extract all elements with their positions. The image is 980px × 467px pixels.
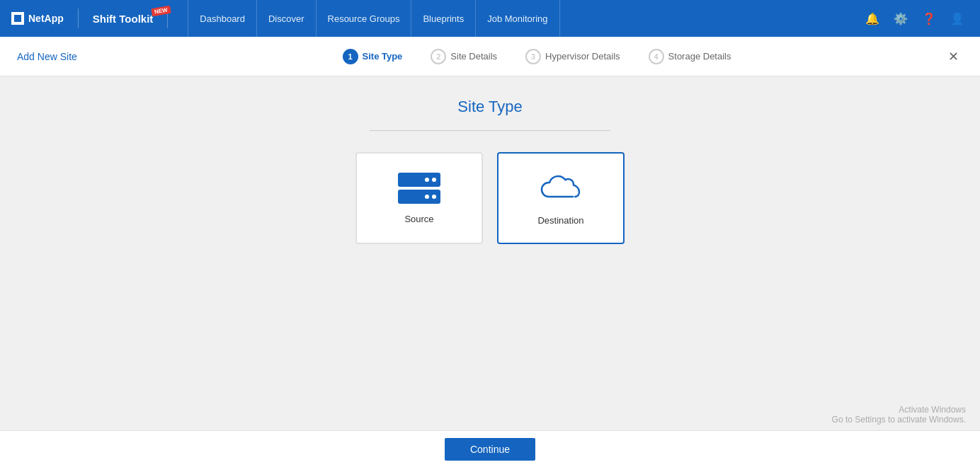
server-rack-2 <box>398 190 440 204</box>
sub-header: Add New Site 1 Site Type 2 Site Details … <box>0 37 980 76</box>
navbar: NetApp Shift Toolkit NEW Dashboard Disco… <box>0 0 980 37</box>
step-circle-4: 4 <box>649 49 664 64</box>
destination-label: Destination <box>537 215 583 226</box>
server-dot-2 <box>432 178 436 182</box>
step-label-3: Hypervisor Details <box>545 51 620 62</box>
server-icon <box>398 173 440 204</box>
app-title: Shift Toolkit NEW <box>93 13 154 25</box>
card-row: Source Destination <box>355 152 625 244</box>
nav-actions: 🔔 ⚙️ ❓ 👤 <box>861 7 969 30</box>
continue-button[interactable]: Continue <box>445 438 535 461</box>
notifications-icon[interactable]: 🔔 <box>861 7 884 30</box>
wizard-step-3[interactable]: 3 Hypervisor Details <box>511 49 634 64</box>
nav-job-monitoring[interactable]: Job Monitoring <box>476 0 559 37</box>
page-title: Site Type <box>457 98 522 116</box>
wizard-steps: 1 Site Type 2 Site Details 3 Hypervisor … <box>130 49 943 64</box>
help-icon[interactable]: ❓ <box>918 7 940 30</box>
wizard-step-4[interactable]: 4 Storage Details <box>634 49 746 64</box>
close-button[interactable]: ✕ <box>943 47 963 67</box>
netapp-label: NetApp <box>28 13 64 24</box>
netapp-logo[interactable]: NetApp <box>11 12 64 25</box>
step-label-4: Storage Details <box>668 51 731 62</box>
footer: Continue <box>0 430 980 467</box>
server-dot-4 <box>432 195 436 199</box>
step-label-2: Site Details <box>450 51 497 62</box>
nav-divider-1 <box>78 8 79 28</box>
server-dot-3 <box>425 195 429 199</box>
brand-area: NetApp Shift Toolkit NEW <box>11 8 176 28</box>
title-divider <box>370 130 610 131</box>
nav-links: Dashboard Discover Resource Groups Bluep… <box>188 0 861 37</box>
nav-discover[interactable]: Discover <box>257 0 317 37</box>
cloud-icon <box>540 171 582 205</box>
wizard-step-1[interactable]: 1 Site Type <box>329 49 417 64</box>
nav-dashboard[interactable]: Dashboard <box>188 0 257 37</box>
server-rack-1 <box>398 173 440 187</box>
subheader-title: Add New Site <box>17 51 130 62</box>
server-dot-1 <box>425 178 429 182</box>
step-label-1: Site Type <box>363 51 403 62</box>
step-circle-2: 2 <box>431 49 446 64</box>
settings-icon[interactable]: ⚙️ <box>889 7 912 30</box>
nav-blueprints[interactable]: Blueprints <box>411 0 476 37</box>
nav-resource-groups[interactable]: Resource Groups <box>317 0 412 37</box>
wizard-step-2[interactable]: 2 Site Details <box>416 49 511 64</box>
source-card[interactable]: Source <box>355 152 483 244</box>
main-content: Site Type Source D <box>0 76 980 430</box>
netapp-logo-icon <box>11 12 24 25</box>
source-label: Source <box>404 214 433 224</box>
step-circle-3: 3 <box>525 49 541 64</box>
destination-card[interactable]: Destination <box>497 152 625 244</box>
user-icon[interactable]: 👤 <box>946 7 969 30</box>
step-circle-1: 1 <box>343 49 358 64</box>
